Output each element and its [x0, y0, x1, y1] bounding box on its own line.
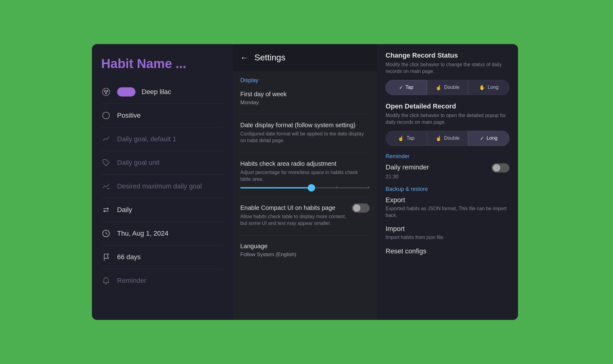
color-pill	[117, 87, 135, 97]
left-item-streak[interactable]: 66 days	[101, 245, 224, 269]
export-desc: Exported habits as JSON format, This fil…	[386, 205, 509, 219]
open-record-desc: Modify the click behavior to open the de…	[386, 112, 509, 126]
slider-dot	[241, 187, 242, 188]
compact-ui-text: Enable Compact UI on habits page Allow h…	[240, 203, 347, 227]
setting-compact-ui[interactable]: Enable Compact UI on habits page Allow h…	[240, 203, 370, 227]
setting-check-area: Habits check area radio adjustment Adjus…	[240, 159, 370, 188]
settings-body: Display First day of week Monday Date di…	[233, 71, 377, 320]
double-icon: ☝	[436, 135, 442, 141]
language-title: Language	[240, 242, 370, 250]
change-record-tap-btn[interactable]: ✓ Tap	[386, 80, 427, 95]
settings-header: ← Settings	[233, 44, 377, 71]
color-label: Deep lilac	[142, 88, 171, 96]
sparkle-icon: ✦	[101, 181, 111, 191]
compact-ui-row: Enable Compact UI on habits page Allow h…	[240, 203, 370, 227]
clock-icon	[101, 229, 111, 238]
trend-icon	[101, 134, 111, 144]
import-desc: Import habits from json file.	[386, 234, 509, 241]
middle-panel: ← Settings Display First day of week Mon…	[233, 44, 377, 320]
compact-ui-title: Enable Compact UI on habits page	[240, 203, 347, 212]
open-record-long-btn[interactable]: ✓ Long	[468, 131, 509, 146]
check-area-title: Habits check area radio adjustment	[240, 159, 370, 168]
backup-section-label: Backup & restore	[386, 186, 509, 192]
date-format-desc: Configured date format will be applied t…	[240, 131, 370, 144]
change-record-long-btn[interactable]: ✋ Long	[468, 80, 509, 95]
streak-label: 66 days	[117, 253, 141, 261]
daily-reminder-toggle[interactable]	[492, 163, 509, 173]
compact-ui-toggle-thumb	[353, 204, 360, 212]
svg-point-0	[102, 88, 110, 96]
left-item-reminder[interactable]: Reminder	[101, 269, 224, 292]
svg-point-2	[106, 90, 108, 92]
bell-icon	[101, 276, 111, 286]
language-value: Follow System (English)	[240, 252, 370, 258]
left-item-max-goal[interactable]: ✦ Desired maximum daily goal	[101, 175, 224, 198]
checkmark-icon: ✓	[399, 85, 403, 90]
check-area-desc: Adjust percentage for more/less space in…	[240, 169, 370, 183]
left-item-daily-goal[interactable]: Daily goal, default 1	[101, 127, 224, 151]
tag-icon	[101, 158, 111, 168]
setting-language[interactable]: Language Follow System (English)	[240, 242, 370, 258]
svg-line-8	[106, 233, 108, 234]
slider-track	[240, 187, 370, 188]
setting-date-format[interactable]: Date display format (follow system setti…	[240, 121, 370, 144]
long-icon: ✓	[480, 135, 484, 141]
change-record-section: Change Record Status Modify the click be…	[386, 51, 509, 95]
open-record-double-btn[interactable]: ☝ Double	[427, 131, 468, 146]
left-item-goal-unit[interactable]: Daily goal unit	[101, 151, 224, 175]
left-item-date[interactable]: Thu, Aug 1, 2024	[101, 222, 224, 245]
settings-title: Settings	[254, 53, 285, 63]
goal-unit-label: Daily goal unit	[117, 159, 159, 167]
date-label: Thu, Aug 1, 2024	[117, 229, 169, 237]
daily-reminder-item[interactable]: Daily reminder 21:30	[386, 163, 509, 180]
frequency-label: Daily	[117, 206, 132, 214]
daily-goal-label: Daily goal, default 1	[117, 135, 176, 143]
back-button[interactable]: ←	[240, 53, 248, 63]
double-tap-icon: ☝	[436, 85, 442, 90]
reset-item[interactable]: Reset configs	[386, 247, 509, 255]
export-title: Export	[386, 196, 509, 204]
long-press-icon: ✋	[479, 85, 485, 90]
palette-icon	[101, 87, 111, 97]
tap-icon: ☝	[398, 135, 404, 141]
left-item-color[interactable]: Deep lilac	[101, 80, 224, 104]
date-format-title: Date display format (follow system setti…	[240, 121, 370, 129]
check-area-slider-container[interactable]	[240, 187, 370, 188]
compact-ui-toggle[interactable]	[352, 203, 370, 213]
open-record-tap-btn[interactable]: ☝ Tap	[386, 131, 427, 146]
display-section-label: Display	[240, 77, 370, 84]
left-item-frequency[interactable]: Daily	[101, 198, 224, 222]
right-panel: Change Record Status Modify the click be…	[377, 44, 518, 320]
import-title: Import	[386, 225, 509, 233]
repeat-icon	[101, 205, 111, 215]
circle-icon	[101, 111, 111, 120]
setting-first-day[interactable]: First day of week Monday	[240, 90, 370, 106]
svg-point-3	[105, 92, 107, 94]
slider-dot	[304, 187, 306, 188]
open-record-section: Open Detailed Record Modify the click be…	[386, 102, 509, 146]
compact-ui-desc: Allow habits check table to display more…	[240, 213, 347, 227]
svg-point-1	[104, 90, 106, 92]
reminder-section-label: Reminder	[386, 153, 509, 160]
max-goal-label: Desired maximum daily goal	[117, 182, 202, 190]
change-record-buttons: ✓ Tap ☝ Double ✋ Long	[386, 80, 509, 95]
habit-title: Habit Name ...	[101, 56, 224, 71]
import-item[interactable]: Import Import habits from json file.	[386, 225, 509, 241]
reset-title: Reset configs	[386, 247, 509, 255]
svg-point-4	[103, 112, 109, 119]
reminder-label: Reminder	[117, 277, 146, 285]
reminder-time: 21:30	[386, 174, 509, 180]
left-item-positive[interactable]: Positive	[101, 104, 224, 127]
change-record-double-btn[interactable]: ☝ Double	[427, 80, 468, 95]
open-record-buttons: ☝ Tap ☝ Double ✓ Long	[386, 131, 509, 146]
slider-dot	[336, 187, 337, 188]
slider-thumb	[308, 184, 315, 191]
export-item[interactable]: Export Exported habits as JSON format, T…	[386, 196, 509, 219]
left-panel: Habit Name ... Deep lilac Positive	[92, 44, 233, 320]
change-record-desc: Modify the click behavior to change the …	[386, 61, 509, 75]
slider-dot	[273, 187, 274, 188]
first-day-value: Monday	[240, 100, 370, 106]
svg-text:✦: ✦	[107, 187, 110, 191]
reminder-row: Daily reminder	[386, 163, 509, 173]
first-day-title: First day of week	[240, 90, 370, 98]
